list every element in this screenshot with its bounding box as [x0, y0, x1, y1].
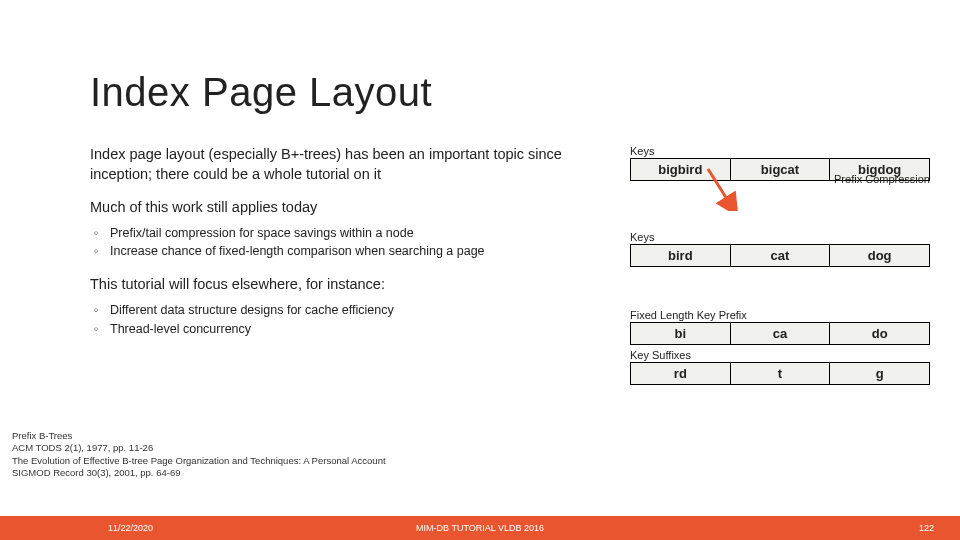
bullet-item: Increase chance of fixed-length comparis… [100, 242, 600, 261]
ref-line: ACM TODS 2(1), 1977, pp. 11-26 [12, 442, 386, 454]
footer-page-number: 122 [919, 523, 934, 533]
arrow-down-icon [702, 167, 742, 211]
table-label: Keys [630, 145, 930, 157]
table-label: Fixed Length Key Prefix [630, 309, 930, 321]
cell: ca [730, 323, 830, 345]
footer-bar: 11/22/2020 MIM-DB TUTORIAL VLDB 2016 122 [0, 516, 960, 540]
cell: t [730, 363, 830, 385]
cell: g [830, 363, 930, 385]
references: Prefix B-Trees ACM TODS 2(1), 1977, pp. … [12, 430, 386, 479]
cell: rd [631, 363, 731, 385]
svg-line-0 [708, 169, 732, 207]
bullet-list-1: Prefix/tail compression for space saving… [90, 224, 600, 262]
ref-line: Prefix B-Trees [12, 430, 386, 442]
bullet-list-2: Different data structure designs for cac… [90, 301, 600, 339]
cell: bi [631, 323, 731, 345]
cell: bird [631, 245, 731, 267]
cell: dog [830, 245, 930, 267]
cell: bigcat [730, 159, 830, 181]
cell: cat [730, 245, 830, 267]
bullet-item: Different data structure designs for cac… [100, 301, 600, 320]
table-label: Keys [630, 231, 930, 243]
body-left-column: Index page layout (especially B+-trees) … [90, 145, 600, 352]
footer-date: 11/22/2020 [108, 523, 153, 533]
paragraph-1: Index page layout (especially B+-trees) … [90, 145, 600, 184]
slide: Index Page Layout Index page layout (esp… [0, 0, 960, 540]
slide-title: Index Page Layout [90, 70, 432, 115]
prefix-table: bi ca do [630, 322, 930, 345]
bullet-item: Prefix/tail compression for space saving… [100, 224, 600, 243]
suffix-table: rd t g [630, 362, 930, 385]
table-label: Key Suffixes [630, 349, 930, 361]
paragraph-2: Much of this work still applies today [90, 198, 600, 218]
cell: do [830, 323, 930, 345]
diagram-column: Keys bigbird bigcat bigdog Prefix Compre… [630, 145, 930, 385]
paragraph-3: This tutorial will focus elsewhere, for … [90, 275, 600, 295]
footer-center: MIM-DB TUTORIAL VLDB 2016 [416, 523, 544, 533]
prefix-compression-label: Prefix Compression [834, 173, 930, 185]
ref-line: The Evolution of Effective B-tree Page O… [12, 455, 386, 467]
ref-line: SIGMOD Record 30(3), 2001, pp. 64-69 [12, 467, 386, 479]
keys-table-2: bird cat dog [630, 244, 930, 267]
bullet-item: Thread-level concurrency [100, 320, 600, 339]
